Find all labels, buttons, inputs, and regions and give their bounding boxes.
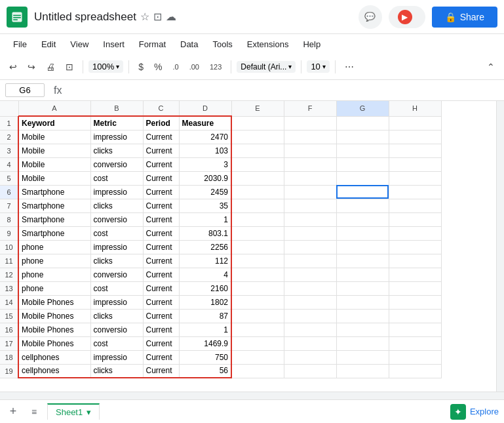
cell[interactable] [336, 116, 389, 130]
cell[interactable] [389, 336, 441, 350]
cell[interactable]: 2470 [179, 130, 231, 144]
cell[interactable]: Current [143, 268, 179, 281]
cell[interactable] [231, 240, 284, 254]
cell[interactable] [336, 268, 389, 281]
redo-button[interactable]: ↪ [24, 59, 39, 75]
cell[interactable] [284, 144, 336, 157]
cell[interactable]: Current [143, 281, 179, 295]
cell[interactable] [231, 364, 284, 378]
cell[interactable] [389, 268, 441, 281]
menu-help[interactable]: Help [296, 37, 327, 52]
menu-insert[interactable]: Insert [96, 37, 131, 52]
menu-format[interactable]: Format [132, 37, 172, 52]
cell[interactable]: 1 [179, 212, 231, 226]
cell[interactable] [231, 309, 284, 323]
cell[interactable]: cellphones [18, 364, 90, 378]
cell[interactable] [389, 309, 441, 323]
cell[interactable] [336, 144, 389, 157]
cell[interactable]: Mobile [18, 171, 90, 185]
font-selector[interactable]: Default (Ari... ▾ [237, 61, 296, 73]
cell[interactable]: Smartphone [18, 212, 90, 226]
col-header-d[interactable]: D [179, 101, 231, 116]
cell[interactable] [389, 199, 441, 212]
cell[interactable] [389, 144, 441, 157]
cell[interactable] [231, 281, 284, 295]
cell[interactable] [336, 295, 389, 309]
cell[interactable]: Current [143, 199, 179, 212]
cell[interactable]: Current [143, 295, 179, 309]
document-title[interactable]: Untitled spreadsheet [34, 10, 136, 24]
cell[interactable] [336, 130, 389, 144]
cell[interactable] [336, 323, 389, 336]
add-sheet-button[interactable]: + [5, 404, 21, 420]
paint-format-button[interactable]: ⊡ [62, 59, 77, 75]
cell[interactable] [231, 226, 284, 240]
cell[interactable] [284, 336, 336, 350]
cell[interactable]: phone [18, 254, 90, 268]
folder-icon[interactable]: ⊡ [153, 10, 162, 23]
cell[interactable] [284, 309, 336, 323]
cell[interactable]: Current [143, 323, 179, 336]
cell[interactable]: impressio [90, 130, 143, 144]
cell[interactable] [336, 199, 389, 212]
cell[interactable]: cost [90, 171, 143, 185]
cell[interactable]: cost [90, 336, 143, 350]
cell[interactable]: Period [143, 116, 179, 130]
cell[interactable]: 4 [179, 268, 231, 281]
currency-button[interactable]: $ [134, 59, 147, 75]
cell[interactable] [389, 323, 441, 336]
cell[interactable]: 1802 [179, 295, 231, 309]
cell[interactable]: phone [18, 240, 90, 254]
cell[interactable]: 56 [179, 364, 231, 378]
share-button[interactable]: 🔒 Share [432, 7, 497, 28]
cell[interactable]: cost [90, 281, 143, 295]
col-header-e[interactable]: E [231, 101, 284, 116]
cell-reference-input[interactable] [5, 83, 45, 97]
cell[interactable] [231, 323, 284, 336]
cell[interactable] [389, 281, 441, 295]
explore-button[interactable]: ✦ Explore [450, 404, 499, 420]
cell[interactable]: 112 [179, 254, 231, 268]
cell[interactable] [336, 350, 389, 364]
collapse-toolbar-button[interactable]: ⌃ [483, 59, 499, 75]
cell[interactable] [284, 171, 336, 185]
bottom-scrollbar[interactable] [18, 392, 504, 399]
cell[interactable] [336, 157, 389, 171]
menu-view[interactable]: View [64, 37, 95, 52]
cell[interactable] [284, 199, 336, 212]
cell[interactable]: Current [143, 130, 179, 144]
cell[interactable] [284, 268, 336, 281]
cell[interactable] [284, 157, 336, 171]
col-header-a[interactable]: A [18, 101, 90, 116]
cell[interactable] [284, 226, 336, 240]
cell[interactable]: 1 [179, 323, 231, 336]
decimal00-button[interactable]: .00 [185, 60, 203, 73]
cell[interactable] [389, 295, 441, 309]
cell[interactable]: Current [143, 350, 179, 364]
cell[interactable] [231, 144, 284, 157]
cell[interactable]: Current [143, 226, 179, 240]
col-header-g[interactable]: G [336, 101, 389, 116]
cell[interactable]: Mobile Phones [18, 336, 90, 350]
cell[interactable] [284, 281, 336, 295]
cell[interactable]: clicks [90, 364, 143, 378]
cell[interactable] [231, 171, 284, 185]
cell[interactable] [231, 212, 284, 226]
cell[interactable]: clicks [90, 199, 143, 212]
cloud-icon[interactable]: ☁ [166, 10, 176, 23]
cell[interactable]: impressio [90, 185, 143, 199]
cell[interactable]: Mobile Phones [18, 309, 90, 323]
cell[interactable]: Current [143, 157, 179, 171]
cell[interactable]: Smartphone [18, 226, 90, 240]
cell[interactable] [389, 185, 441, 199]
grid-main[interactable]: A B C D E F G H 1KeywordMetricPeriodMeas… [0, 101, 496, 392]
cell[interactable] [389, 254, 441, 268]
undo-button[interactable]: ↩ [5, 59, 21, 75]
font-size-selector[interactable]: 10 ▾ [307, 60, 329, 73]
cell[interactable]: 35 [179, 199, 231, 212]
cell[interactable] [336, 185, 389, 199]
cell[interactable] [389, 364, 441, 378]
cell[interactable]: 103 [179, 144, 231, 157]
sheets-menu-button[interactable]: ≡ [26, 404, 42, 420]
cell[interactable]: Mobile Phones [18, 323, 90, 336]
